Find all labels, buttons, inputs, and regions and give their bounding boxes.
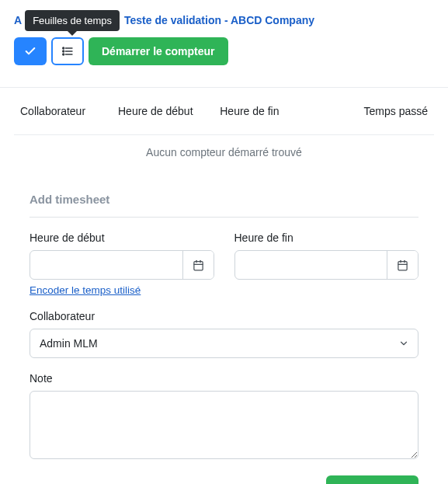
end-time-input-group[interactable] xyxy=(234,250,419,280)
list-icon xyxy=(61,45,74,57)
feuilles-tooltip: Feuilles de temps xyxy=(25,10,120,31)
validate-button[interactable] xyxy=(14,37,47,65)
collaborator-selected-value: Admin MLM xyxy=(40,337,98,350)
start-timer-label: Démarrer le compteur xyxy=(102,45,215,57)
encode-time-link[interactable]: Encoder le temps utilisé xyxy=(30,284,214,296)
save-button[interactable]: +Enregistrer xyxy=(326,475,418,484)
toolbar: Démarrer le compteur xyxy=(14,37,434,65)
start-time-label: Heure de début xyxy=(30,232,214,244)
collaborator-label: Collaborateur xyxy=(30,310,95,322)
calendar-icon xyxy=(397,259,408,271)
svg-point-4 xyxy=(63,50,64,52)
collaborator-select[interactable]: Admin MLM xyxy=(30,329,418,358)
page-header: A Feuilles de temps Teste de validation … xyxy=(14,14,434,26)
svg-rect-10 xyxy=(398,261,407,270)
page-title[interactable]: Teste de validation - ABCD Company xyxy=(124,14,314,26)
svg-point-5 xyxy=(63,54,64,55)
th-end: Heure de fin xyxy=(220,105,321,117)
form-title: Add timesheet xyxy=(30,193,434,206)
breadcrumb-lead: A xyxy=(14,14,22,26)
end-time-label: Heure de fin xyxy=(234,232,419,244)
table-empty-message: Aucun compteur démarré trouvé xyxy=(14,134,434,176)
th-spent: Temps passé xyxy=(322,105,429,117)
check-icon xyxy=(24,45,36,57)
form-divider xyxy=(30,217,418,218)
start-time-input[interactable] xyxy=(30,251,182,279)
th-collaborator: Collaborateur xyxy=(20,105,118,117)
th-start: Heure de début xyxy=(118,105,220,117)
end-time-calendar-button[interactable] xyxy=(387,251,418,279)
start-time-input-group[interactable] xyxy=(30,250,214,280)
start-time-calendar-button[interactable] xyxy=(182,251,214,279)
svg-rect-6 xyxy=(193,261,202,270)
note-label: Note xyxy=(30,372,53,385)
svg-point-3 xyxy=(63,47,64,49)
start-timer-button[interactable]: Démarrer le compteur xyxy=(89,37,228,65)
calendar-icon xyxy=(193,259,204,271)
end-time-input[interactable] xyxy=(235,251,387,279)
note-textarea[interactable] xyxy=(30,391,418,459)
table-header-row: Collaborateur Heure de début Heure de fi… xyxy=(14,88,434,134)
timesheet-list-button[interactable] xyxy=(51,37,84,65)
